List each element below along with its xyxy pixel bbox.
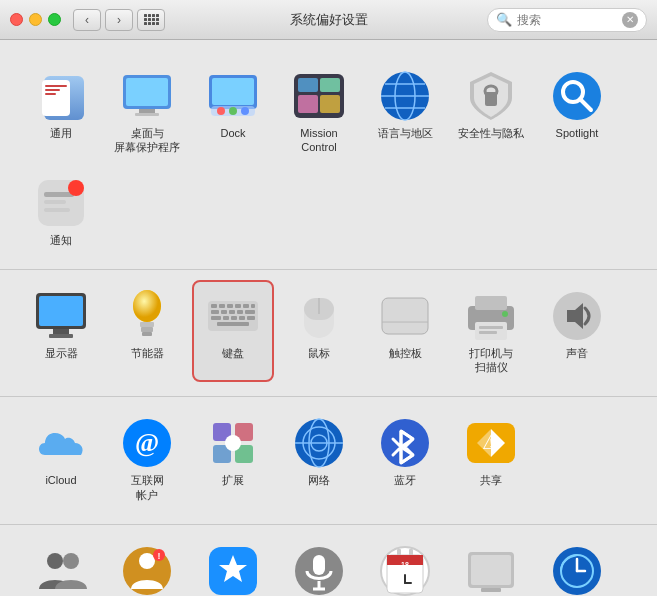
- svg-text:@: @: [135, 428, 159, 457]
- close-button[interactable]: [10, 13, 23, 26]
- pref-general[interactable]: 通用: [20, 60, 102, 163]
- grid-view-button[interactable]: [137, 9, 165, 31]
- svg-point-22: [553, 72, 601, 120]
- pref-users[interactable]: 用户与群组: [20, 535, 102, 596]
- pref-language[interactable]: 语言与地区: [364, 60, 446, 163]
- extensions-icon-wrap: [207, 417, 259, 469]
- energy-icon: [125, 290, 169, 342]
- search-bar[interactable]: 🔍 ✕: [487, 8, 647, 32]
- pref-spotlight[interactable]: Spotlight: [536, 60, 618, 163]
- svg-rect-36: [140, 322, 154, 327]
- pref-mouse[interactable]: 鼠标: [278, 280, 360, 383]
- pref-security[interactable]: 安全性与隐私: [450, 60, 532, 163]
- pref-appstore[interactable]: App Store: [192, 535, 274, 596]
- users-icon-wrap: [35, 545, 87, 596]
- svg-point-76: [225, 435, 241, 451]
- pref-parental[interactable]: ! 家长控制: [106, 535, 188, 596]
- energy-label: 节能器: [131, 346, 164, 360]
- svg-rect-27: [44, 200, 66, 204]
- svg-rect-45: [251, 304, 255, 308]
- mission-control-icon-wrap: [293, 70, 345, 122]
- pref-desktop[interactable]: 桌面与屏幕保护程序: [106, 60, 188, 163]
- timemachine-icon: [551, 545, 603, 596]
- datetime-icon: 18: [379, 545, 431, 596]
- pref-keyboard[interactable]: 键盘: [192, 280, 274, 383]
- spotlight-icon-wrap: [551, 70, 603, 122]
- pref-sharing[interactable]: ⚠ 共享: [450, 407, 532, 510]
- mission-control-icon: [293, 73, 345, 119]
- pref-dictation[interactable]: 听写与语音: [278, 535, 360, 596]
- pref-energy[interactable]: 节能器: [106, 280, 188, 383]
- pref-accounts[interactable]: @ 互联网帐户: [106, 407, 188, 510]
- svg-point-7: [217, 107, 225, 115]
- pref-startup[interactable]: 启动磁盘: [450, 535, 532, 596]
- mouse-icon-wrap: [293, 290, 345, 342]
- svg-rect-33: [49, 334, 73, 338]
- forward-button[interactable]: ›: [105, 9, 133, 31]
- notification-label: 通知: [50, 233, 72, 247]
- pref-trackpad[interactable]: 触控板: [364, 280, 446, 383]
- pref-network[interactable]: 网络: [278, 407, 360, 510]
- keyboard-icon: [207, 296, 259, 336]
- search-input[interactable]: [517, 13, 617, 27]
- svg-point-92: [47, 553, 63, 569]
- pref-datetime[interactable]: 18 日期与时间: [364, 535, 446, 596]
- trackpad-label: 触控板: [389, 346, 422, 360]
- sound-icon: [551, 290, 603, 342]
- maximize-button[interactable]: [48, 13, 61, 26]
- svg-rect-53: [231, 316, 237, 320]
- pref-timemachine[interactable]: Time Machine: [536, 535, 618, 596]
- general-icon: [38, 72, 84, 120]
- svg-rect-54: [239, 316, 245, 320]
- printer-label: 打印机与扫描仪: [469, 346, 513, 375]
- minimize-button[interactable]: [29, 13, 42, 26]
- svg-rect-40: [211, 304, 217, 308]
- search-clear-button[interactable]: ✕: [622, 12, 638, 28]
- pref-extensions[interactable]: 扩展: [192, 407, 274, 510]
- svg-rect-12: [320, 78, 340, 92]
- dictation-icon: [293, 545, 345, 596]
- section-internet: iCloud @ 互联网帐户: [0, 397, 657, 525]
- mission-control-label: MissionControl: [300, 126, 337, 155]
- pref-notification[interactable]: 通知: [20, 167, 102, 255]
- icloud-icon-wrap: [35, 417, 87, 469]
- trackpad-icon-wrap: [379, 290, 431, 342]
- keyboard-label: 键盘: [222, 346, 244, 360]
- sharing-icon: ⚠: [465, 419, 517, 467]
- svg-point-29: [68, 180, 84, 196]
- svg-rect-112: [471, 555, 511, 585]
- grid-icon: [144, 14, 159, 25]
- trackpad-icon: [379, 294, 431, 338]
- svg-rect-42: [227, 304, 233, 308]
- svg-rect-100: [313, 555, 325, 575]
- sharing-icon-wrap: ⚠: [465, 417, 517, 469]
- energy-icon-wrap: [121, 290, 173, 342]
- language-icon: [379, 70, 431, 122]
- dock-label: Dock: [220, 126, 245, 140]
- pref-sound[interactable]: 声音: [536, 280, 618, 383]
- extensions-label: 扩展: [222, 473, 244, 487]
- bluetooth-icon-wrap: [379, 417, 431, 469]
- svg-rect-28: [44, 208, 70, 212]
- network-label: 网络: [308, 473, 330, 487]
- svg-rect-56: [217, 322, 249, 326]
- svg-rect-14: [320, 95, 340, 113]
- svg-rect-13: [298, 95, 318, 113]
- pref-display[interactable]: 显示器: [20, 280, 102, 383]
- printer-icon-wrap: [465, 290, 517, 342]
- svg-rect-38: [142, 332, 152, 336]
- spotlight-label: Spotlight: [556, 126, 599, 140]
- svg-text:⚠: ⚠: [482, 431, 500, 453]
- svg-rect-1: [126, 78, 168, 106]
- bluetooth-label: 蓝牙: [394, 473, 416, 487]
- pref-dock[interactable]: Dock: [192, 60, 274, 163]
- pref-printer[interactable]: 打印机与扫描仪: [450, 280, 532, 383]
- internet-items-grid: iCloud @ 互联网帐户: [20, 407, 637, 510]
- svg-text:18: 18: [401, 561, 409, 568]
- pref-bluetooth[interactable]: 蓝牙: [364, 407, 446, 510]
- sharing-label: 共享: [480, 473, 502, 487]
- pref-mission-control[interactable]: MissionControl: [278, 60, 360, 163]
- back-button[interactable]: ‹: [73, 9, 101, 31]
- pref-icloud[interactable]: iCloud: [20, 407, 102, 510]
- svg-rect-46: [211, 310, 219, 314]
